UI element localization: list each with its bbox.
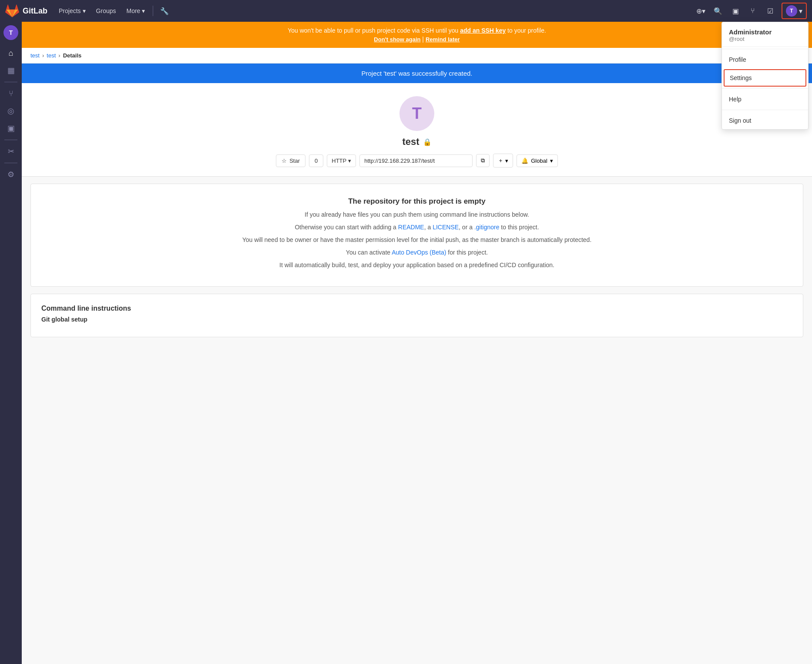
dropdown-username: Administrator [729, 28, 801, 36]
chevron-down-icon: ▾ [702, 7, 705, 15]
project-name: test 🔒 [30, 136, 803, 148]
search-btn[interactable]: 🔍 [710, 3, 726, 19]
todo-icon: ☑ [767, 7, 773, 15]
page-layout: T ⌂ ▦ ⑂ ◎ ▣ ✂ ⚙ You won't be able to pul… [0, 22, 812, 664]
dropdown-divider-3 [722, 110, 808, 110]
dropdown-help[interactable]: Help [722, 91, 808, 108]
star-icon: ☆ [282, 158, 287, 164]
chevron-down-icon: ▾ [142, 7, 145, 14]
empty-repo-line5: It will automatically build, test, and d… [44, 261, 790, 270]
sidebar-item-issues[interactable]: ◎ [3, 103, 19, 119]
avatar: T [786, 5, 797, 17]
nav-groups[interactable]: Groups [92, 5, 121, 17]
add-ssh-key-link[interactable]: add an SSH key [460, 27, 506, 34]
chevron-down-icon: ▾ [550, 158, 553, 164]
dropdown-handle: @root [729, 36, 801, 42]
merge-icon: ⑂ [751, 7, 755, 15]
sidebar-divider [4, 82, 17, 82]
empty-repo-line4: You can activate Auto DevOps (Beta) for … [44, 248, 790, 257]
cmd-title: Command line instructions [41, 305, 792, 312]
sidebar-item-dashboard[interactable]: ▦ [3, 63, 19, 78]
user-dropdown-menu: Administrator @root Profile Settings Hel… [721, 22, 809, 130]
nav-projects[interactable]: Projects ▾ [54, 5, 90, 17]
wrench-icon: 🔧 [160, 7, 169, 15]
dropdown-profile[interactable]: Profile [722, 51, 808, 68]
nav-action-icons: ⊕ ▾ 🔍 ▣ ⑂ ☑ T ▾ [693, 3, 807, 19]
sidebar-item-snippets[interactable]: ▣ [3, 121, 19, 136]
lock-icon: 🔒 [423, 138, 432, 146]
empty-repo-line1: If you already have files you can push t… [44, 210, 790, 219]
nav-more[interactable]: More ▾ [122, 5, 150, 17]
clone-url-input[interactable] [359, 154, 473, 167]
clone-protocol-select[interactable]: HTTP ▾ [327, 154, 356, 167]
project-avatar: T [399, 96, 434, 131]
chevron-down-icon: ▾ [83, 7, 86, 14]
banner-actions: Don't show again | Remind later [30, 36, 803, 43]
copy-icon: ⧉ [481, 157, 485, 164]
license-link[interactable]: LICENSE [433, 224, 459, 231]
sidebar-divider-2 [4, 140, 17, 140]
banner-message: You won't be able to pull or push projec… [288, 27, 458, 34]
dropdown-signout[interactable]: Sign out [722, 112, 808, 129]
breadcrumb-test2[interactable]: test [47, 52, 56, 59]
new-item-btn[interactable]: ⊕ ▾ [693, 3, 708, 19]
sidebar-item-home[interactable]: ⌂ [3, 45, 19, 61]
empty-repo-line3: You will need to be owner or have the ma… [44, 235, 790, 245]
star-bar: ☆ Star 0 HTTP ▾ ⧉ ＋ ▾ 🔔 Globa [30, 154, 803, 168]
empty-repo-title: The repository for this project is empty [44, 197, 790, 206]
cmd-subtitle: Git global setup [41, 316, 792, 323]
gitignore-link[interactable]: .gitignore [474, 224, 500, 231]
star-button[interactable]: ☆ Star [276, 154, 305, 167]
command-line-section: Command line instructions Git global set… [30, 294, 803, 337]
bell-icon: 🔔 [521, 158, 528, 164]
issues-icon: ▣ [732, 7, 739, 15]
sidebar-avatar[interactable]: T [3, 25, 18, 40]
gitlab-logo-text: GitLab [23, 7, 47, 16]
plus-icon: ＋ [498, 157, 503, 164]
breadcrumb-test1[interactable]: test [30, 52, 40, 59]
nav-divider [153, 6, 153, 16]
banner-after-link: to your profile. [507, 27, 546, 34]
empty-repo-line2: Otherwise you can start with adding a RE… [44, 223, 790, 232]
breadcrumb-current: Details [63, 52, 82, 59]
sidebar-item-settings[interactable]: ⚙ [3, 167, 19, 182]
dropdown-header: Administrator @root [722, 22, 808, 47]
issues-btn[interactable]: ▣ [728, 3, 743, 19]
empty-repo-section: The repository for this project is empty… [30, 184, 803, 287]
autodevops-link[interactable]: Auto DevOps (Beta) [392, 249, 446, 256]
chevron-down-icon: ▾ [348, 158, 351, 164]
nav-links: Projects ▾ Groups More ▾ [54, 5, 149, 17]
warning-banner: You won't be able to pull or push projec… [22, 22, 812, 48]
sidebar-divider-3 [4, 163, 17, 163]
merge-requests-btn[interactable]: ⑂ [745, 3, 761, 19]
dropdown-divider-1 [722, 49, 808, 49]
copy-url-button[interactable]: ⧉ [476, 154, 490, 167]
dont-show-again-link[interactable]: Don't show again [374, 36, 420, 43]
gitlab-logo[interactable]: GitLab [5, 4, 47, 18]
add-files-button[interactable]: ＋ ▾ [493, 154, 513, 168]
star-count: 0 [309, 154, 323, 167]
top-navigation: GitLab Projects ▾ Groups More ▾ 🔧 ⊕ ▾ 🔍 … [0, 0, 812, 22]
left-sidebar: T ⌂ ▦ ⑂ ◎ ▣ ✂ ⚙ [0, 22, 22, 664]
user-menu-button[interactable]: T ▾ [782, 3, 807, 19]
search-icon: 🔍 [714, 7, 722, 15]
success-message: Project 'test' was successfully created. [22, 64, 812, 83]
chevron-down-icon: ▾ [505, 158, 508, 164]
project-header: T test 🔒 ☆ Star 0 HTTP ▾ ⧉ [22, 83, 812, 177]
todos-btn[interactable]: ☑ [762, 3, 778, 19]
dropdown-settings[interactable]: Settings [724, 69, 806, 87]
dropdown-divider-2 [722, 88, 808, 89]
chevron-down-icon: ▾ [799, 7, 802, 15]
main-content: You won't be able to pull or push projec… [22, 22, 812, 664]
notification-button[interactable]: 🔔 Global ▾ [517, 154, 558, 167]
wrench-icon-btn[interactable]: 🔧 [157, 3, 172, 19]
breadcrumb: test › test › Details [22, 48, 812, 64]
remind-later-link[interactable]: Remind later [426, 36, 460, 43]
readme-link[interactable]: README [398, 224, 424, 231]
sidebar-item-merge-requests[interactable]: ⑂ [3, 86, 19, 101]
sidebar-item-scissors[interactable]: ✂ [3, 144, 19, 159]
plus-icon: ⊕ [696, 7, 702, 15]
